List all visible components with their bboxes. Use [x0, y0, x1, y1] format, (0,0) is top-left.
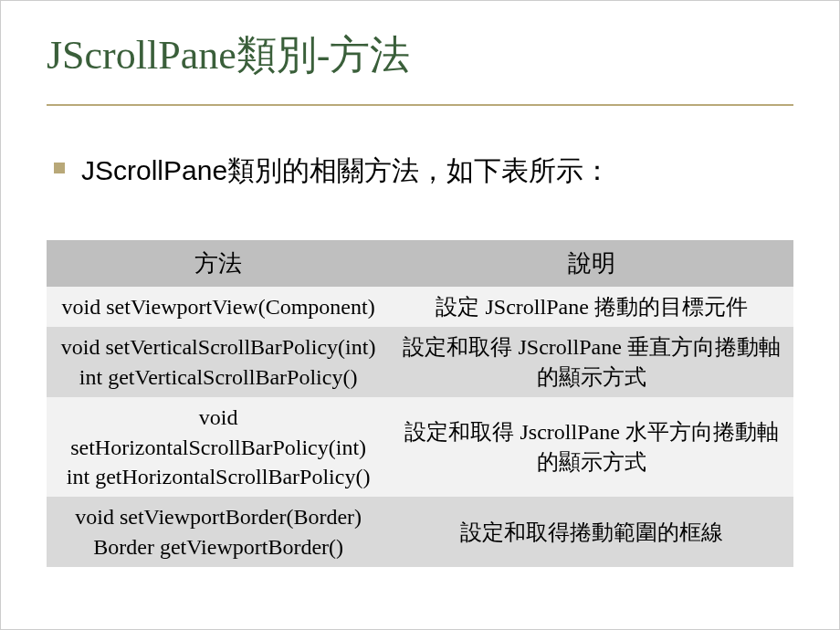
- bullet-prefix: JScrollPane: [81, 155, 227, 185]
- cell-desc: 設定和取得 JscrollPane 水平方向捲動軸的顯示方式: [390, 397, 793, 497]
- slide-container: JScrollPane類別-方法 JScrollPane類別的相關方法，如下表所…: [1, 1, 839, 629]
- bullet-suffix: 類別的相關方法，如下表所示：: [227, 155, 611, 185]
- cell-desc: 設定 JScrollPane 捲動的目標元件: [390, 287, 793, 327]
- bullet-text: JScrollPane類別的相關方法，如下表所示：: [81, 152, 611, 190]
- bullet-item: JScrollPane類別的相關方法，如下表所示：: [54, 152, 793, 190]
- cell-method: void setViewportView(Component): [47, 287, 390, 327]
- table-row: void setVerticalScrollBarPolicy(int)int …: [47, 327, 793, 397]
- cell-method: void setVerticalScrollBarPolicy(int)int …: [47, 327, 390, 397]
- cell-desc: 設定和取得捲動範圍的框線: [390, 497, 793, 567]
- cell-method: void setViewportBorder(Border)Border get…: [47, 497, 390, 567]
- slide-title: JScrollPane類別-方法: [47, 28, 793, 93]
- table-header-row: 方法 說明: [47, 240, 793, 287]
- cell-method: void setHorizontalScrollBarPolicy(int)in…: [47, 397, 390, 497]
- square-bullet-icon: [54, 163, 65, 173]
- table-body: void setViewportView(Component) 設定 JScro…: [47, 287, 793, 567]
- table-row: void setViewportBorder(Border)Border get…: [47, 497, 793, 567]
- title-underline: [47, 104, 793, 106]
- methods-table: 方法 說明 void setViewportView(Component) 設定…: [47, 240, 793, 567]
- table-row: void setViewportView(Component) 設定 JScro…: [47, 287, 793, 327]
- table-row: void setHorizontalScrollBarPolicy(int)in…: [47, 397, 793, 497]
- header-desc: 說明: [390, 240, 793, 287]
- header-method: 方法: [47, 240, 390, 287]
- cell-desc: 設定和取得 JScrollPane 垂直方向捲動軸的顯示方式: [390, 327, 793, 397]
